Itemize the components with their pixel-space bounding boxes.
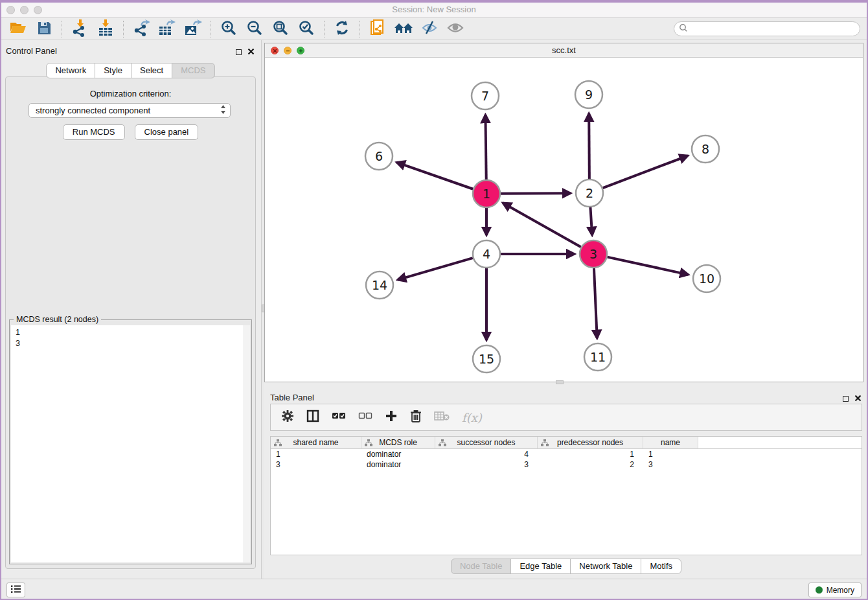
network-view-window: scc.txt 7968124314101511 [264, 43, 863, 382]
delete-column-button[interactable] [410, 410, 422, 425]
graph-edge-2-9[interactable] [589, 113, 589, 179]
table-cell[interactable]: 3 [271, 459, 361, 470]
tab-mcds[interactable]: MCDS [172, 63, 214, 78]
zoom-selected-button[interactable] [293, 19, 319, 39]
table-row[interactable]: 3dominator323 [271, 459, 862, 470]
table-cell[interactable]: 1 [271, 449, 361, 459]
table-cell[interactable]: 1 [538, 449, 643, 459]
tab-motifs[interactable]: Motifs [641, 559, 681, 574]
refresh-network-button[interactable] [329, 19, 355, 39]
toolbar-separator [324, 21, 325, 38]
table-cell[interactable]: 1 [643, 449, 698, 459]
optimization-criterion-select[interactable]: strongly connected component [29, 103, 231, 118]
search-input[interactable] [691, 25, 860, 34]
select-all-columns-button[interactable] [332, 411, 346, 423]
open-session-button[interactable] [5, 19, 31, 39]
tab-style[interactable]: Style [95, 63, 131, 78]
column-header-name[interactable]: name [643, 437, 698, 448]
graph-node-label-3: 3 [589, 247, 597, 261]
network-window-titlebar[interactable]: scc.txt [265, 43, 863, 58]
export-network-button[interactable] [128, 19, 154, 39]
close-panel-icon[interactable] [247, 46, 255, 58]
graph-edge-1-6[interactable] [396, 163, 473, 189]
tab-mcds-label: MCDS [181, 65, 205, 75]
graph-node-label-2: 2 [586, 186, 593, 200]
column-header-predecessor-nodes[interactable]: predecessor nodes [538, 437, 643, 448]
toolbar-separator [62, 21, 62, 38]
function-builder-button[interactable]: f(x) [462, 411, 482, 424]
graph-node-label-1: 1 [483, 187, 490, 201]
export-network-icon [133, 19, 150, 40]
tab-node-table[interactable]: Node Table [451, 559, 512, 574]
table-panel: Table Panel f(x) shared name [264, 387, 868, 579]
graph-edge-3-11[interactable] [594, 268, 597, 338]
table-cell[interactable]: 4 [435, 449, 538, 459]
show-columns-button[interactable] [306, 410, 319, 425]
float-table-panel-icon[interactable] [843, 396, 849, 402]
hide-graphics-details-button[interactable] [417, 19, 442, 39]
export-table-button[interactable] [154, 19, 180, 39]
graph-edge-3-1[interactable] [503, 203, 581, 247]
graph-edge-2-3[interactable] [590, 207, 592, 235]
export-image-button[interactable] [180, 19, 206, 39]
table-row[interactable]: 1dominator411 [271, 449, 862, 459]
table-cell[interactable]: 3 [643, 459, 698, 470]
column-header-successor-nodes[interactable]: successor nodes [435, 437, 538, 448]
home-layout-button[interactable] [391, 19, 417, 39]
table-cell[interactable]: dominator [361, 459, 435, 470]
tab-motifs-label: Motifs [650, 561, 672, 571]
import-network-button[interactable] [67, 19, 93, 39]
float-panel-icon[interactable] [236, 49, 242, 55]
zoom-in-button[interactable] [216, 19, 242, 39]
table-options-button[interactable] [281, 410, 294, 425]
run-mcds-button[interactable]: Run MCDS [63, 124, 125, 140]
graph-edge-1-7[interactable] [485, 115, 486, 179]
show-graphics-details-button[interactable] [442, 19, 468, 39]
memory-button[interactable]: Memory [808, 583, 862, 597]
graph-edge-4-14[interactable] [398, 258, 473, 280]
table-cell[interactable]: 2 [538, 459, 643, 470]
deselect-all-columns-button[interactable] [358, 411, 372, 423]
tab-select[interactable]: Select [131, 63, 172, 78]
mcds-result-list[interactable]: 1 3 [11, 325, 250, 562]
import-table-icon [97, 19, 114, 40]
graph-node-label-11: 11 [590, 350, 606, 364]
graph-edge-1-2[interactable] [501, 193, 571, 194]
task-history-button[interactable] [6, 583, 25, 597]
column-header-mcds-role[interactable]: MCDS role [361, 437, 435, 448]
add-column-button[interactable] [385, 410, 398, 425]
mcds-result-line: 1 [16, 327, 250, 338]
graph-edge-2-8[interactable] [603, 156, 688, 188]
zoom-fit-icon [272, 19, 289, 39]
close-table-panel-icon[interactable] [854, 393, 862, 404]
graph-edge-3-10[interactable] [607, 257, 688, 275]
tab-network[interactable]: Network [46, 63, 95, 78]
network-canvas[interactable]: 7968124314101511 [265, 58, 863, 382]
graph-node-label-10: 10 [699, 271, 714, 286]
homes-icon [394, 20, 413, 38]
tab-network-table[interactable]: Network Table [570, 559, 641, 574]
zoom-out-button[interactable] [242, 19, 268, 39]
tree-icon [439, 439, 446, 448]
node-table: shared name MCDS role successor nodes pr… [270, 436, 862, 555]
horizontal-splitter-handle[interactable] [556, 380, 564, 384]
column-header-shared-name[interactable]: shared name [271, 437, 361, 448]
window-accent-strip [0, 0, 868, 3]
mcds-result-line: 3 [16, 338, 250, 349]
column-label: predecessor nodes [557, 438, 623, 447]
list-icon [11, 584, 21, 596]
delete-table-button[interactable] [434, 411, 450, 424]
network-from-file-button[interactable] [365, 19, 391, 39]
save-session-button[interactable] [31, 19, 57, 39]
mcds-tab-content: Optimization criterion: strongly connect… [5, 76, 256, 569]
zoom-fit-button[interactable] [268, 19, 293, 39]
tab-edge-table[interactable]: Edge Table [510, 559, 571, 574]
network-graph[interactable]: 7968124314101511 [265, 58, 863, 382]
memory-label: Memory [827, 586, 854, 595]
close-panel-button[interactable]: Close panel [135, 124, 199, 140]
import-table-button[interactable] [93, 19, 119, 39]
result-scrollbar[interactable] [244, 325, 250, 562]
column-label: successor nodes [457, 438, 515, 447]
table-cell[interactable]: 3 [435, 459, 538, 470]
table-cell[interactable]: dominator [361, 449, 435, 459]
